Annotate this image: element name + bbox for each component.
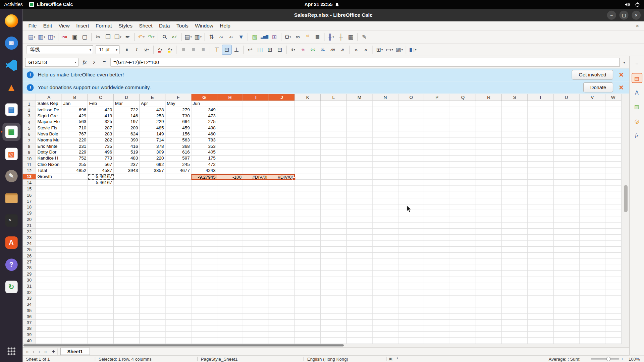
cell-J17[interactable]	[269, 198, 295, 204]
cell-J1[interactable]	[269, 101, 295, 107]
cell-U13[interactable]	[554, 174, 580, 180]
cell-W11[interactable]	[605, 162, 622, 168]
cell-W32[interactable]	[605, 289, 622, 295]
cell-L7[interactable]	[321, 137, 346, 143]
cell-O7[interactable]	[398, 137, 424, 143]
cell-L12[interactable]	[321, 168, 346, 174]
cell-S10[interactable]	[502, 156, 528, 162]
cell-D19[interactable]	[114, 210, 140, 216]
cell-R20[interactable]	[476, 216, 502, 222]
cell-J25[interactable]	[269, 247, 295, 253]
cell-U27[interactable]	[554, 259, 580, 265]
sort-button[interactable]: ⇅	[207, 32, 216, 42]
cell-Q32[interactable]	[450, 289, 476, 295]
cell-B20[interactable]	[62, 216, 88, 222]
cell-G27[interactable]	[192, 259, 217, 265]
cell-W4[interactable]	[605, 119, 622, 125]
zoom-slider[interactable]: − +	[584, 356, 626, 361]
cell-G24[interactable]	[192, 241, 217, 247]
cell-Q17[interactable]	[450, 198, 476, 204]
cell-L27[interactable]	[321, 259, 346, 265]
cell-J3[interactable]	[269, 113, 295, 119]
cell-N7[interactable]	[373, 137, 398, 143]
cell-O11[interactable]	[398, 162, 424, 168]
cell-L32[interactable]	[321, 289, 346, 295]
cell-O21[interactable]	[398, 223, 424, 229]
cell-C26[interactable]	[88, 253, 114, 259]
cell-P13[interactable]	[424, 174, 450, 180]
cell-I20[interactable]	[243, 216, 269, 222]
cell-A6[interactable]: Nova Bole	[36, 131, 62, 137]
cell-N39[interactable]	[373, 332, 398, 338]
row-header-25[interactable]: 25	[22, 247, 36, 253]
cell-E31[interactable]	[140, 283, 165, 289]
cell-G8[interactable]: 353	[192, 143, 217, 149]
column-header-L[interactable]: L	[321, 94, 346, 101]
row-header-34[interactable]: 34	[22, 301, 36, 307]
cell-J16[interactable]	[269, 192, 295, 198]
cell-F15[interactable]	[165, 186, 191, 192]
cell-O1[interactable]	[398, 101, 424, 107]
cell-E4[interactable]: 229	[140, 119, 165, 125]
cell-O39[interactable]	[398, 332, 424, 338]
cell-D31[interactable]	[114, 283, 140, 289]
row-header-16[interactable]: 16	[22, 192, 36, 198]
borders-button[interactable]: ⊞▾	[375, 45, 384, 54]
cell-R5[interactable]	[476, 125, 502, 131]
cell-N32[interactable]	[373, 289, 398, 295]
cell-F30[interactable]	[165, 277, 191, 283]
cell-H2[interactable]	[217, 107, 243, 113]
row-header-28[interactable]: 28	[22, 265, 36, 271]
cell-Q37[interactable]	[450, 319, 476, 325]
cell-K3[interactable]	[295, 113, 321, 119]
row-header-9[interactable]: 9	[22, 149, 36, 156]
cell-C38[interactable]	[88, 326, 114, 332]
cell-F16[interactable]	[165, 192, 191, 198]
cell-M10[interactable]	[346, 156, 372, 162]
cell-K14[interactable]	[295, 180, 321, 186]
cell-E40[interactable]	[140, 338, 165, 344]
cell-V22[interactable]	[580, 229, 605, 235]
cell-A39[interactable]	[36, 332, 62, 338]
cell-F14[interactable]	[165, 180, 191, 186]
cell-F4[interactable]: 664	[165, 119, 191, 125]
row-header-36[interactable]: 36	[22, 313, 36, 319]
cell-K39[interactable]	[295, 332, 321, 338]
cell-I32[interactable]	[243, 289, 269, 295]
highlighting-color-button[interactable]: A▾	[165, 45, 175, 54]
cell-P19[interactable]	[424, 210, 450, 216]
cell-O2[interactable]	[398, 107, 424, 113]
cell-T4[interactable]	[528, 119, 553, 125]
cell-I2[interactable]	[243, 107, 269, 113]
cell-W28[interactable]	[605, 265, 622, 271]
cell-J13[interactable]: #DIV/0!	[269, 174, 295, 180]
cell-L33[interactable]	[321, 295, 346, 301]
cell-R4[interactable]	[476, 119, 502, 125]
row-header-17[interactable]: 17	[22, 198, 36, 204]
cell-G6[interactable]: 460	[192, 131, 217, 137]
cell-C40[interactable]	[88, 338, 114, 344]
cell-C1[interactable]: Feb	[88, 101, 114, 107]
cell-B6[interactable]: 767	[62, 131, 88, 137]
cell-U4[interactable]	[554, 119, 580, 125]
cell-G35[interactable]	[192, 307, 217, 313]
cell-H25[interactable]	[217, 247, 243, 253]
cell-D38[interactable]	[114, 326, 140, 332]
column-header-N[interactable]: N	[373, 94, 398, 101]
infobar-action-button[interactable]: Donate	[583, 82, 613, 92]
row-header-2[interactable]: 2	[22, 107, 36, 113]
cell-W14[interactable]	[605, 180, 622, 186]
cell-R19[interactable]	[476, 210, 502, 216]
cell-B40[interactable]	[62, 338, 88, 344]
cell-W31[interactable]	[605, 283, 622, 289]
cell-R27[interactable]	[476, 259, 502, 265]
cell-K15[interactable]	[295, 186, 321, 192]
column-header-V[interactable]: V	[580, 94, 605, 101]
cell-D21[interactable]	[114, 223, 140, 229]
cell-P27[interactable]	[424, 259, 450, 265]
cell-P18[interactable]	[424, 204, 450, 210]
cell-S17[interactable]	[502, 198, 528, 204]
cell-E8[interactable]: 378	[140, 143, 165, 149]
cell-G33[interactable]	[192, 295, 217, 301]
cell-A16[interactable]	[36, 192, 62, 198]
